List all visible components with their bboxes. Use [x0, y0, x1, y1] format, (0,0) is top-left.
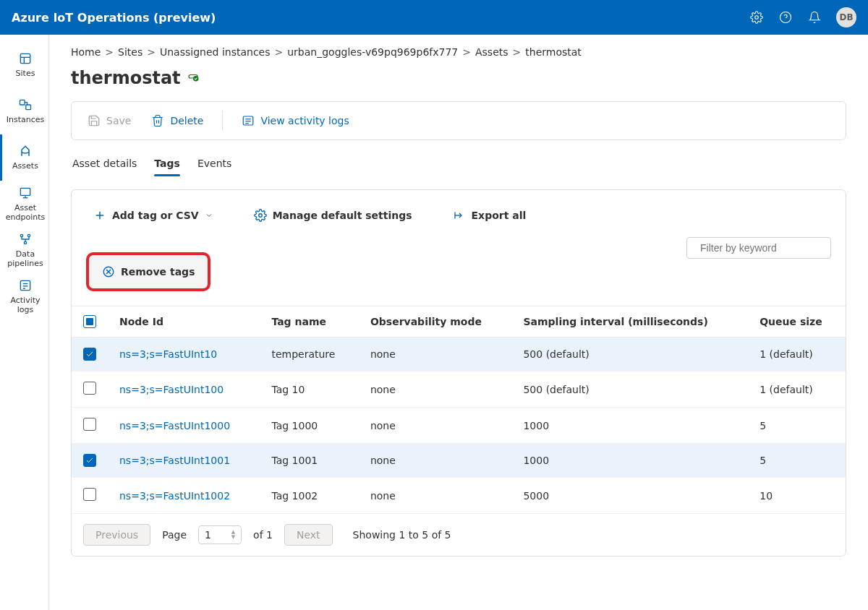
svg-point-11	[20, 234, 22, 236]
next-button: Next	[284, 524, 333, 546]
cell-sampling: 1000	[511, 444, 748, 478]
delete-label: Delete	[170, 115, 203, 126]
filter-input[interactable]	[700, 242, 827, 254]
filter-input-wrapper[interactable]	[686, 237, 831, 259]
assets-icon	[18, 144, 33, 158]
page-value: 1	[205, 529, 211, 541]
help-icon[interactable]	[778, 10, 793, 25]
activity-icon	[242, 114, 255, 127]
view-activity-logs-button[interactable]: View activity logs	[240, 111, 350, 130]
cell-queue: 5	[748, 408, 846, 444]
row-checkbox[interactable]	[83, 348, 96, 361]
cell-tag-name: Tag 1000	[260, 408, 358, 444]
sidebar-item-sites[interactable]: Sites	[0, 42, 48, 88]
table-row[interactable]: ns=3;s=FastUInt1001Tag 1001none10005	[72, 444, 846, 478]
cell-queue: 10	[748, 478, 846, 514]
sidebar-item-asset-endpoints[interactable]: Asset endpoints	[0, 181, 48, 227]
sidebar-item-label: Data pipelines	[4, 249, 47, 268]
activity-logs-icon	[18, 278, 33, 293]
node-id-link[interactable]: ns=3;s=FastUInt100	[119, 384, 224, 395]
breadcrumb-current: thermostat	[525, 46, 582, 58]
pagination: Previous Page 1 ▲▼ of 1 Next Showing 1 t…	[72, 514, 846, 556]
endpoints-icon	[18, 186, 33, 200]
breadcrumb-item[interactable]: urban_goggles-v69pq969p6fx777	[287, 46, 458, 58]
table-row[interactable]: ns=3;s=FastUInt100Tag 10none500 (default…	[72, 371, 846, 408]
remove-icon	[102, 265, 115, 278]
cell-obs-mode: none	[359, 444, 512, 478]
sidebar-item-label: Instances	[7, 115, 45, 124]
node-id-link[interactable]: ns=3;s=FastUInt1001	[119, 455, 230, 466]
save-label: Save	[106, 115, 131, 126]
row-checkbox[interactable]	[83, 454, 96, 467]
cell-tag-name: Tag 1002	[260, 478, 358, 514]
sidebar: Sites Instances Assets Asset endpoints D…	[0, 35, 49, 610]
save-icon	[88, 114, 101, 127]
cell-obs-mode: none	[359, 371, 512, 408]
delete-button[interactable]: Delete	[150, 111, 205, 130]
row-checkbox[interactable]	[83, 418, 96, 431]
add-tag-button[interactable]: Add tag or CSV	[86, 205, 221, 226]
table-row[interactable]: ns=3;s=FastUInt1000Tag 1000none10005	[72, 408, 846, 444]
gear-icon[interactable]	[749, 10, 764, 25]
col-tag-name[interactable]: Tag name	[260, 306, 358, 338]
avatar[interactable]: DB	[836, 7, 856, 27]
divider	[222, 111, 223, 131]
row-checkbox[interactable]	[83, 382, 96, 395]
chevron-down-icon	[205, 211, 213, 220]
node-id-link[interactable]: ns=3;s=FastUInt1000	[119, 420, 230, 431]
col-sampling[interactable]: Sampling interval (milliseconds)	[511, 306, 748, 338]
sidebar-item-data-pipelines[interactable]: Data pipelines	[0, 227, 48, 273]
node-id-link[interactable]: ns=3;s=FastUInt1002	[119, 490, 230, 502]
table-row[interactable]: ns=3;s=FastUInt1002Tag 1002none500010	[72, 478, 846, 514]
sidebar-item-instances[interactable]: Instances	[0, 88, 48, 134]
row-checkbox[interactable]	[83, 488, 96, 501]
export-all-label: Export all	[472, 210, 527, 221]
add-tag-label: Add tag or CSV	[112, 210, 199, 221]
sidebar-item-assets[interactable]: Assets	[0, 134, 48, 181]
main-content: Home> Sites> Unassigned instances> urban…	[49, 35, 868, 610]
cell-queue: 1 (default)	[748, 338, 846, 371]
page-label: Page	[162, 529, 187, 541]
sidebar-item-label: Assets	[12, 161, 38, 171]
tabs: Asset details Tags Events	[71, 153, 846, 176]
sidebar-item-activity-logs[interactable]: Activity logs	[0, 273, 48, 319]
svg-point-25	[258, 214, 262, 218]
remove-tags-label: Remove tags	[121, 266, 195, 278]
topbar: Azure IoT Operations (preview) DB	[0, 0, 868, 35]
cell-tag-name: Tag 10	[260, 371, 358, 408]
col-queue[interactable]: Queue size	[748, 306, 846, 338]
instances-icon	[18, 98, 33, 112]
breadcrumb-item[interactable]: Unassigned instances	[160, 46, 271, 58]
tab-asset-details[interactable]: Asset details	[72, 153, 137, 176]
svg-point-1	[780, 12, 791, 23]
tab-tags[interactable]: Tags	[154, 153, 180, 176]
sync-status-icon	[187, 72, 200, 85]
table-row[interactable]: ns=3;s=FastUInt10temperaturenone500 (def…	[72, 338, 846, 371]
page-input[interactable]: 1 ▲▼	[198, 525, 242, 544]
breadcrumb-item[interactable]: Home	[71, 46, 101, 58]
cell-obs-mode: none	[359, 478, 512, 514]
col-obs-mode[interactable]: Observability mode	[359, 306, 512, 338]
stepper-icon[interactable]: ▲▼	[231, 530, 235, 540]
bell-icon[interactable]	[807, 10, 822, 25]
svg-rect-7	[26, 105, 31, 110]
manage-defaults-button[interactable]: Manage default settings	[247, 205, 420, 226]
tab-events[interactable]: Events	[197, 153, 231, 176]
cell-queue: 5	[748, 444, 846, 478]
showing-label: Showing 1 to 5 of 5	[353, 529, 451, 541]
breadcrumb-item[interactable]: Assets	[475, 46, 509, 58]
remove-tags-button[interactable]: Remove tags	[86, 252, 210, 291]
select-all-checkbox[interactable]	[83, 315, 96, 328]
col-node-id[interactable]: Node Id	[108, 306, 260, 338]
export-all-button[interactable]: Export all	[446, 205, 534, 226]
node-id-link[interactable]: ns=3;s=FastUInt10	[119, 348, 217, 360]
svg-point-12	[27, 234, 30, 236]
previous-button: Previous	[83, 524, 150, 546]
cell-tag-name: temperature	[260, 338, 358, 371]
action-bar: Save Delete View activity logs	[71, 101, 846, 140]
save-button: Save	[86, 111, 132, 130]
breadcrumb-item[interactable]: Sites	[118, 46, 142, 58]
page-of-label: of 1	[253, 529, 273, 541]
manage-defaults-label: Manage default settings	[273, 210, 412, 221]
sidebar-item-label: Asset endpoints	[4, 203, 47, 222]
